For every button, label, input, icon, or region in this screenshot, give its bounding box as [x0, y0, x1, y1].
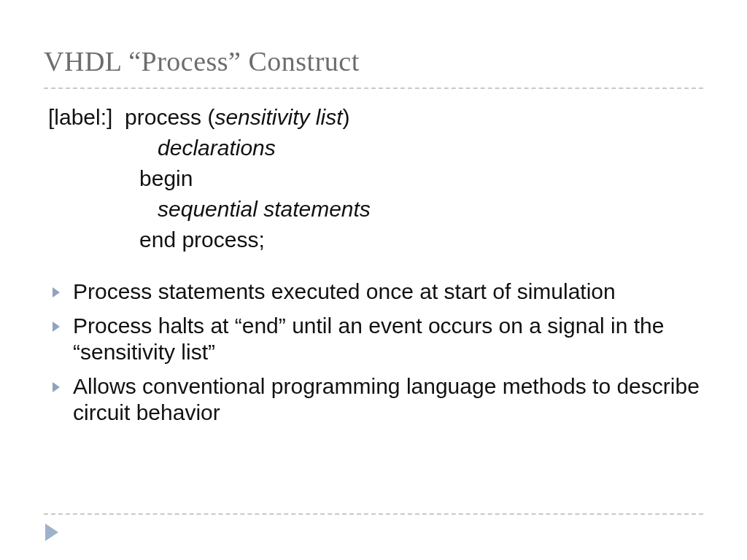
list-item: Allows conventional programming language…	[48, 373, 703, 427]
slide: VHDL “Process” Construct [label:] proces…	[0, 0, 747, 427]
syntax-l2: declarations	[158, 136, 276, 160]
divider-top	[44, 88, 703, 89]
syntax-l1c: )	[342, 105, 349, 129]
syntax-line-1: [label:] process (sensitivity list)	[48, 102, 703, 133]
slide-title: VHDL “Process” Construct	[44, 45, 703, 77]
list-item: Process halts at “end” until an event oc…	[48, 313, 703, 366]
list-item: Process statements executed once at star…	[48, 279, 703, 306]
bullet-list: Process statements executed once at star…	[48, 279, 703, 427]
divider-bottom	[44, 513, 703, 515]
syntax-line-4: sequential statements	[48, 194, 703, 225]
syntax-l1a: [label:] process (	[48, 105, 214, 129]
syntax-block: [label:] process (sensitivity list) decl…	[48, 102, 703, 255]
syntax-line-5: end process;	[48, 225, 703, 255]
syntax-line-3: begin	[48, 163, 703, 194]
syntax-l4: sequential statements	[158, 197, 371, 221]
next-arrow-icon	[45, 524, 58, 541]
syntax-l1b: sensitivity list	[214, 105, 342, 129]
syntax-l5: end process;	[139, 228, 265, 252]
syntax-line-2: declarations	[48, 133, 703, 163]
syntax-l3: begin	[139, 166, 193, 190]
